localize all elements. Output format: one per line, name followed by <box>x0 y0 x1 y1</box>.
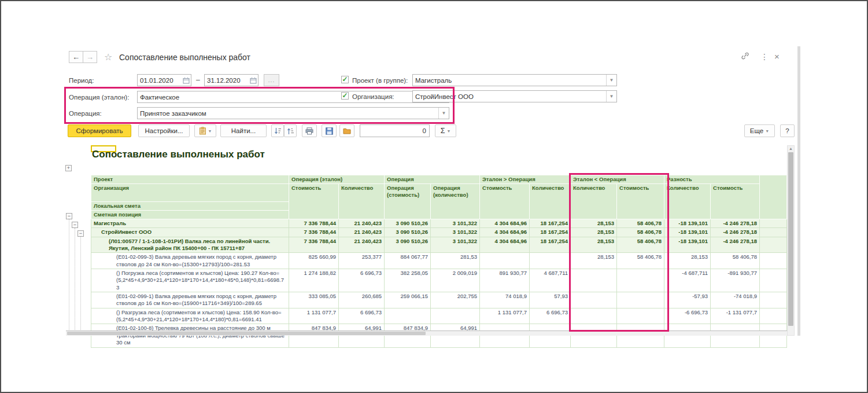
row-value-cell[interactable]: -4 687,711 <box>664 269 711 292</box>
project-field[interactable]: ▼ <box>412 74 617 86</box>
expand-groups-button[interactable] <box>284 124 297 137</box>
header-local-estimate[interactable]: Локальная смета <box>91 202 289 211</box>
period-from-field[interactable] <box>137 74 191 86</box>
row-value-cell[interactable]: -4 246 278,18 <box>711 237 760 253</box>
table-row[interactable]: СтройИнвест ООО7 336 788,4421 240,4233 0… <box>91 228 787 237</box>
clipboard-dropdown-button[interactable]: ▼ <box>194 124 216 137</box>
header-group-etalon-gt[interactable]: Эталон > Операция <box>480 175 571 184</box>
row-value-cell[interactable]: 4 687,711 <box>530 269 571 292</box>
row-value-cell[interactable]: -18 139,101 <box>664 237 711 253</box>
save-button[interactable] <box>322 124 337 137</box>
horizontal-scrollbar-thumb[interactable] <box>67 332 426 335</box>
row-value-cell[interactable] <box>480 253 530 269</box>
row-value-cell[interactable] <box>385 308 431 324</box>
row-value-cell[interactable]: 3 101,322 <box>431 228 480 237</box>
find-button[interactable]: Найти... <box>220 124 267 137</box>
row-name-cell[interactable]: СтройИнвест ООО <box>91 228 289 237</box>
vertical-scrollbar-thumb[interactable] <box>788 152 793 326</box>
row-value-cell[interactable]: 7 336 788,44 <box>289 219 339 228</box>
row-value-cell[interactable]: 202,755 <box>431 292 480 308</box>
sum-dropdown-button[interactable]: Σ ▼ <box>435 124 456 137</box>
row-value-cell[interactable]: -18 139,101 <box>664 219 711 228</box>
row-filler-cell[interactable] <box>760 228 787 237</box>
period-from-input[interactable] <box>138 77 182 84</box>
op-field[interactable]: ▼ <box>137 107 449 119</box>
header-group-diff[interactable]: Разность <box>664 175 760 184</box>
row-value-cell[interactable]: 4 304 684,96 <box>480 219 530 228</box>
row-value-cell[interactable]: 18 167,254 <box>530 237 571 253</box>
table-row[interactable]: (Е01-02-099-3) Валка деревьев мягких пор… <box>91 253 787 269</box>
row-value-cell[interactable]: 18 167,254 <box>530 219 571 228</box>
table-row[interactable]: Магистраль7 336 788,4421 240,4233 090 51… <box>91 219 787 228</box>
row-value-cell[interactable]: 74 018,9 <box>480 292 530 308</box>
header-group-op[interactable]: Операция <box>385 175 480 184</box>
row-value-cell[interactable]: 259 066,15 <box>385 292 431 308</box>
row-value-cell[interactable]: 891 930,77 <box>480 269 530 292</box>
row-filler-cell[interactable] <box>760 308 787 324</box>
favorite-star-icon[interactable]: ☆ <box>104 52 112 63</box>
row-value-cell[interactable]: 260,685 <box>339 292 385 308</box>
row-value-cell[interactable]: 382 258,05 <box>385 269 431 292</box>
op-etalon-field[interactable]: ▼ <box>137 91 449 103</box>
chevron-down-icon[interactable]: ▼ <box>606 75 616 86</box>
collapse-groups-button[interactable] <box>271 124 284 137</box>
row-value-cell[interactable]: 281,53 <box>431 253 480 269</box>
table-row[interactable]: (Е01-02-099-1) Валка деревьев мягких пор… <box>91 292 787 308</box>
calendar-icon[interactable] <box>182 77 191 84</box>
header-col[interactable]: Количество <box>339 184 385 219</box>
row-value-cell[interactable]: 3 090 510,26 <box>385 219 431 228</box>
row-value-cell[interactable]: 3 090 510,26 <box>385 228 431 237</box>
row-value-cell[interactable]: 333 085,05 <box>289 292 339 308</box>
org-input[interactable] <box>413 93 606 100</box>
row-value-cell[interactable]: 21 240,423 <box>339 228 385 237</box>
row-value-cell[interactable]: 6 696,73 <box>339 308 385 324</box>
row-filler-cell[interactable] <box>760 269 787 292</box>
row-name-cell[interactable]: (Е01-02-099-3) Валка деревьев мягких пор… <box>91 253 289 269</box>
table-row[interactable]: () Погрузка леса (сортиментов и хлыстов)… <box>91 269 787 292</box>
row-value-cell[interactable]: 58 406,78 <box>617 228 664 237</box>
header-col[interactable]: Стоимость <box>711 184 760 219</box>
export-button[interactable] <box>339 124 354 137</box>
header-col[interactable]: Количество <box>664 184 711 219</box>
row-value-cell[interactable]: -891 930,77 <box>711 269 760 292</box>
row-value-cell[interactable]: 58 406,78 <box>617 219 664 228</box>
row-value-cell[interactable]: -4 246 278,18 <box>711 228 760 237</box>
row-value-cell[interactable]: 58 406,78 <box>617 253 664 269</box>
row-name-cell[interactable]: (Л01:00577 / 1-1-108-1-01РИ) Валка леса … <box>91 237 289 253</box>
header-col[interactable]: Операция (количество) <box>431 184 480 219</box>
row-filler-cell[interactable] <box>760 219 787 228</box>
row-value-cell[interactable]: 18 167,254 <box>530 228 571 237</box>
help-button[interactable]: ? <box>780 124 795 137</box>
row-value-cell[interactable] <box>617 292 664 308</box>
row-value-cell[interactable]: 21 240,423 <box>339 237 385 253</box>
header-org[interactable]: Организация <box>91 184 289 202</box>
project-input[interactable] <box>413 77 606 84</box>
header-estimate-position[interactable]: Сметная позиция <box>91 211 289 219</box>
row-filler-cell[interactable] <box>760 292 787 308</box>
row-value-cell[interactable]: -4 246 278,18 <box>711 219 760 228</box>
row-value-cell[interactable]: 58 406,78 <box>617 237 664 253</box>
row-value-cell[interactable] <box>617 269 664 292</box>
generate-button[interactable]: Сформировать <box>68 124 131 137</box>
row-value-cell[interactable]: 253,377 <box>339 253 385 269</box>
period-to-field[interactable] <box>204 74 258 86</box>
row-value-cell[interactable]: -18 139,101 <box>664 228 711 237</box>
row-value-cell[interactable]: 3 101,322 <box>431 219 480 228</box>
collapse-minus-icon[interactable]: − <box>77 230 84 237</box>
org-field[interactable]: ▼ <box>412 90 617 102</box>
row-value-cell[interactable]: 6 696,73 <box>530 308 571 324</box>
vertical-scrollbar[interactable]: ▲ <box>787 145 795 336</box>
row-value-cell[interactable]: 28,153 <box>571 237 617 253</box>
header-project[interactable]: Проект <box>91 175 289 184</box>
back-button[interactable]: ← <box>69 51 83 63</box>
row-value-cell[interactable]: 57,93 <box>530 292 571 308</box>
row-value-cell[interactable] <box>571 308 617 324</box>
row-value-cell[interactable]: 7 336 788,44 <box>289 237 339 253</box>
collapse-minus-icon[interactable]: − <box>66 213 72 219</box>
row-value-cell[interactable]: 28,153 <box>571 219 617 228</box>
row-value-cell[interactable]: 6 696,73 <box>339 269 385 292</box>
row-name-cell[interactable]: Магистраль <box>91 219 289 228</box>
row-value-cell[interactable] <box>431 308 480 324</box>
row-value-cell[interactable]: 28,153 <box>664 253 711 269</box>
table-row[interactable]: () Разгрузка леса (сортиментов и хлыстов… <box>91 308 787 324</box>
